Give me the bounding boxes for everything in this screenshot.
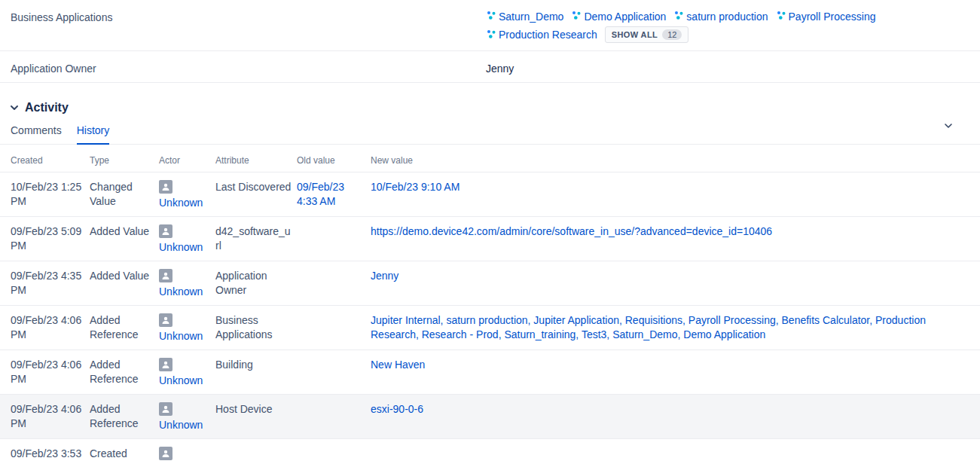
business-app-link-label: Demo Application: [584, 11, 666, 23]
activity-title: Activity: [25, 101, 69, 114]
history-type: Added Reference: [90, 402, 159, 432]
history-created: 09/Feb/23 4:35 PM: [11, 269, 90, 299]
actor-link[interactable]: Unknown: [159, 240, 203, 255]
history-row: 09/Feb/23 4:35 PM Added Value Unknown Ap…: [0, 261, 980, 306]
actor-link[interactable]: Unknown: [159, 285, 203, 299]
history-type: Created: [90, 447, 159, 464]
show-all-button[interactable]: SHOW ALL 12: [605, 26, 689, 43]
history-old-value: [297, 402, 371, 432]
history-type: Changed Value: [90, 180, 159, 210]
business-applications-label: Business Applications: [11, 10, 486, 23]
business-app-link-label: Saturn_Demo: [499, 11, 563, 23]
history-actor: Unknown: [159, 224, 215, 255]
history-actor: Unknown: [159, 358, 215, 388]
history-row: 09/Feb/23 4:06 PM Added Reference Unknow…: [0, 350, 980, 395]
actor-link[interactable]: Unknown: [159, 374, 203, 388]
history-new-value: New Haven: [371, 358, 965, 388]
business-app-link[interactable]: Saturn_Demo: [486, 10, 563, 23]
column-header-actor: Actor: [159, 155, 215, 166]
history-old-value: [297, 447, 371, 464]
history-created: 09/Feb/23 3:53 PM: [11, 447, 90, 464]
history-actor: Unknown: [159, 313, 215, 343]
business-app-link-label: Payroll Processing: [789, 11, 876, 23]
history-old-value: [297, 269, 371, 299]
new-value-link[interactable]: 10/Feb/23 9:10 AM: [371, 181, 459, 193]
history-attribute: Host Device: [215, 402, 297, 432]
history-type: Added Value: [90, 269, 159, 299]
history-old-value: [297, 224, 371, 255]
application-owner-value: Jenny: [486, 61, 969, 75]
history-attribute: [215, 447, 297, 464]
history-attribute: Building: [215, 358, 297, 388]
column-header-old-value: Old value: [297, 155, 371, 166]
history-created: 09/Feb/23 4:06 PM: [11, 402, 90, 432]
actor-link[interactable]: Unknown: [159, 418, 203, 432]
new-value-link[interactable]: Jupiter Internal, saturn production, Jup…: [371, 314, 926, 340]
new-value-link[interactable]: https://demo.device42.com/admin/core/sof…: [371, 225, 772, 237]
history-created: 09/Feb/23 4:06 PM: [11, 358, 90, 388]
unknown-avatar-icon: [159, 402, 172, 416]
column-header-created: Created: [11, 155, 90, 166]
old-value-link[interactable]: 09/Feb/23 4:33 AM: [297, 181, 344, 207]
history-new-value: 10/Feb/23 9:10 AM: [371, 180, 965, 210]
unknown-avatar-icon: [159, 180, 172, 194]
business-app-link-label: saturn production: [686, 11, 768, 23]
business-app-link[interactable]: Production Research: [486, 29, 597, 41]
unknown-avatar-icon: [159, 447, 172, 460]
history-actor: Unknown: [159, 402, 215, 432]
history-old-value: [297, 313, 371, 343]
actor-link[interactable]: Unknown: [159, 196, 203, 210]
business-app-link[interactable]: Payroll Processing: [776, 10, 876, 23]
new-value-link[interactable]: New Haven: [371, 359, 425, 371]
history-actor: Unknown: [159, 269, 215, 299]
history-row: 09/Feb/23 4:06 PM Added Reference Unknow…: [0, 395, 980, 439]
business-app-icon: [571, 10, 582, 23]
application-owner-label: Application Owner: [11, 61, 486, 75]
business-app-icon: [486, 10, 496, 23]
activity-tabbar: Comments History: [0, 124, 980, 145]
history-attribute: Business Applications: [215, 313, 297, 343]
history-new-value: Jenny: [371, 269, 965, 299]
show-all-count-badge: 12: [662, 29, 682, 40]
history-created: 09/Feb/23 5:09 PM: [11, 224, 90, 255]
new-value-link[interactable]: Jenny: [371, 270, 398, 282]
history-row: 09/Feb/23 5:09 PM Added Value Unknown d4…: [0, 217, 980, 261]
history-type: Added Reference: [90, 358, 159, 388]
history-old-value: 09/Feb/23 4:33 AM: [297, 180, 371, 210]
history-created: 10/Feb/23 1:25 PM: [11, 180, 90, 210]
actor-link[interactable]: Unknown: [159, 329, 203, 343]
history-table-header: Created Type Actor Attribute Old value N…: [0, 145, 980, 172]
tab-comments[interactable]: Comments: [11, 124, 62, 144]
chevron-down-icon[interactable]: [942, 120, 954, 134]
history-new-value: Jupiter Internal, saturn production, Jup…: [371, 313, 965, 343]
business-app-icon: [673, 10, 684, 23]
collapse-chevron-icon[interactable]: [9, 102, 20, 113]
history-new-value: https://demo.device42.com/admin/core/sof…: [371, 224, 965, 255]
unknown-avatar-icon: [159, 269, 172, 282]
business-applications-value: Saturn_Demo Demo Application saturn prod…: [486, 10, 969, 43]
show-all-button-label: SHOW ALL: [612, 30, 658, 39]
field-row-application-owner: Application Owner Jenny: [0, 51, 980, 82]
history-row: 09/Feb/23 4:06 PM Added Reference Unknow…: [0, 306, 980, 350]
activity-section-header[interactable]: Activity: [0, 83, 980, 114]
column-header-attribute: Attribute: [215, 155, 297, 166]
history-type: Added Value: [90, 224, 159, 255]
column-header-type: Type: [90, 155, 159, 166]
new-value-link[interactable]: esxi-90-0-6: [371, 403, 423, 415]
business-app-link[interactable]: Demo Application: [571, 10, 666, 23]
history-attribute: Application Owner: [215, 269, 297, 299]
business-app-icon: [486, 29, 496, 41]
unknown-avatar-icon: [159, 313, 172, 327]
history-attribute: d42_software_url: [215, 224, 297, 255]
history-attribute: Last Discovered: [215, 180, 297, 210]
page: Business Applications Saturn_Demo Demo A…: [0, 0, 980, 464]
unknown-avatar-icon: [159, 358, 172, 371]
tab-history[interactable]: History: [77, 124, 110, 145]
column-header-new-value: New value: [371, 155, 965, 166]
business-app-link[interactable]: saturn production: [673, 10, 768, 23]
history-old-value: [297, 358, 371, 388]
history-actor: Unknown: [159, 447, 215, 464]
field-row-business-applications: Business Applications Saturn_Demo Demo A…: [0, 0, 980, 50]
business-app-icon: [776, 10, 786, 23]
history-actor: Unknown: [159, 180, 215, 210]
